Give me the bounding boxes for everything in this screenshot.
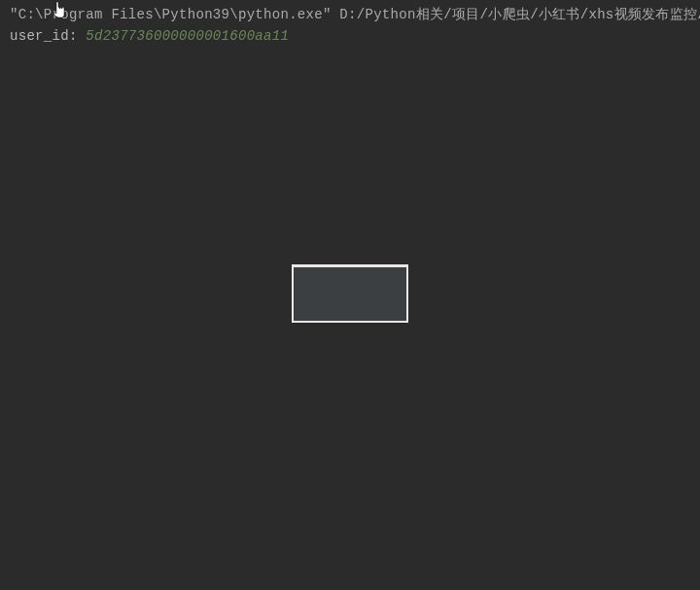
popup-dialog[interactable]	[292, 264, 408, 323]
console-output[interactable]: "C:\Program Files\Python39\python.exe" D…	[0, 0, 700, 51]
output-label: user_id:	[10, 28, 78, 44]
output-value: 5d237736000000001600aa11	[86, 28, 289, 44]
command-line: "C:\Program Files\Python39\python.exe" D…	[10, 4, 690, 25]
command-text: "C:\Program Files\Python39\python.exe" D…	[10, 7, 700, 22]
output-line: user_id: 5d237736000000001600aa11	[10, 25, 690, 47]
